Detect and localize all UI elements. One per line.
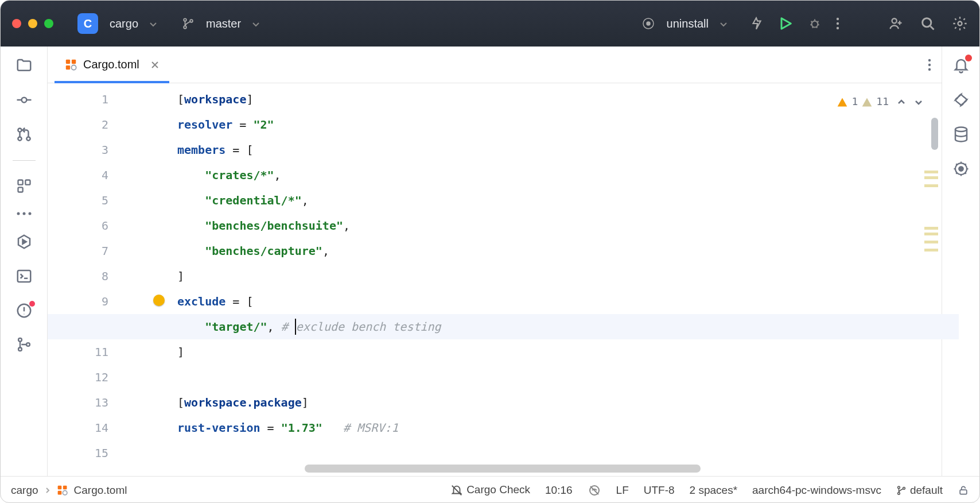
svg-point-33 (928, 68, 931, 70)
stripe-mark[interactable] (924, 249, 938, 252)
run-icon[interactable] (777, 16, 794, 32)
svg-point-9 (892, 18, 897, 23)
horizontal-scrollbar[interactable] (305, 465, 701, 473)
search-icon[interactable] (920, 16, 936, 32)
svg-rect-17 (25, 180, 30, 185)
svg-rect-39 (57, 491, 61, 495)
branch-icon[interactable] (182, 17, 195, 30)
svg-point-5 (812, 21, 818, 28)
weak-warning-icon (861, 89, 873, 114)
zoom-window-button[interactable] (44, 19, 53, 28)
svg-point-15 (26, 137, 30, 140)
svg-point-10 (923, 18, 931, 27)
cargo-check-status[interactable]: Cargo Check (450, 483, 530, 497)
reader-mode-icon[interactable] (588, 483, 601, 497)
svg-rect-29 (66, 65, 70, 69)
svg-rect-45 (960, 490, 967, 495)
vcs-tool-icon[interactable] (16, 336, 32, 353)
svg-point-19 (17, 212, 20, 215)
svg-rect-28 (72, 59, 76, 63)
run-configuration[interactable]: uninstall (667, 17, 709, 30)
file-type-icon (65, 59, 77, 71)
project-name[interactable]: cargo (110, 17, 138, 30)
weak-warning-count: 11 (876, 89, 889, 114)
more-actions-icon[interactable] (836, 17, 839, 30)
project-tool-icon[interactable] (15, 57, 33, 74)
svg-rect-38 (63, 486, 67, 490)
build-icon[interactable] (749, 16, 764, 31)
file-type-icon (57, 484, 68, 497)
svg-point-40 (63, 491, 67, 496)
inspection-widget[interactable]: 1 11 (837, 89, 923, 114)
crumb-file[interactable]: Cargo.toml (74, 484, 127, 497)
pull-requests-icon[interactable] (15, 126, 33, 143)
indent-config[interactable]: 2 spaces* (690, 484, 737, 497)
svg-rect-16 (18, 180, 22, 185)
svg-point-31 (928, 59, 931, 61)
line-number-gutter: 123456789101112131415 (48, 83, 144, 476)
structure-tool-icon[interactable] (16, 178, 32, 194)
stripe-mark[interactable] (924, 233, 938, 235)
rust-tool-icon[interactable] (952, 160, 970, 177)
chevron-down-icon[interactable] (719, 18, 728, 29)
svg-point-34 (955, 127, 967, 132)
file-encoding[interactable]: UTF-8 (644, 484, 675, 497)
stripe-mark[interactable] (924, 184, 938, 187)
svg-point-11 (958, 22, 962, 26)
tab-more-icon[interactable] (928, 58, 931, 72)
title-bar: C cargo master uninstall (1, 1, 979, 47)
line-separator[interactable]: LF (616, 484, 629, 497)
debug-icon[interactable] (807, 16, 822, 31)
svg-point-42 (898, 486, 900, 489)
chevron-down-icon[interactable] (251, 18, 260, 29)
close-tab-icon[interactable] (151, 60, 159, 70)
commit-tool-icon[interactable] (15, 91, 33, 109)
editor-tab-cargo-toml[interactable]: Cargo.toml (55, 47, 169, 83)
error-stripe[interactable] (925, 118, 939, 470)
breadcrumb[interactable]: cargo Cargo.toml (11, 484, 127, 497)
lock-icon[interactable] (958, 484, 969, 497)
code-with-me-icon[interactable] (888, 16, 904, 32)
project-badge[interactable]: C (77, 13, 98, 34)
target-triple[interactable]: aarch64-pc-windows-msvc (752, 484, 881, 497)
chevron-down-icon[interactable] (149, 18, 158, 29)
svg-point-0 (184, 18, 186, 21)
stripe-mark[interactable] (924, 176, 938, 179)
svg-point-30 (71, 65, 76, 69)
code-editor[interactable]: 123456789101112131415 [workspace] resolv… (48, 83, 942, 476)
next-highlight-icon[interactable] (914, 89, 923, 114)
settings-icon[interactable] (952, 16, 968, 32)
status-bar: cargo Cargo.toml Cargo Check 10:16 LF UT… (1, 476, 979, 503)
code-content[interactable]: [workspace] resolver = "2" members = [ "… (144, 83, 942, 476)
close-window-button[interactable] (12, 19, 21, 28)
svg-point-21 (28, 212, 31, 215)
run-tool-icon[interactable] (15, 233, 33, 250)
right-tool-rail (942, 47, 979, 476)
editor-area: Cargo.toml 123456789101112131415 [worksp… (48, 47, 942, 476)
svg-point-12 (21, 98, 26, 103)
svg-point-2 (190, 20, 193, 22)
notifications-icon[interactable] (952, 57, 970, 74)
stripe-scrollbar-thumb[interactable] (931, 118, 938, 150)
stripe-mark[interactable] (924, 241, 938, 243)
warning-icon (837, 89, 848, 114)
left-tool-rail (1, 47, 48, 476)
svg-point-43 (898, 493, 900, 495)
window-controls (12, 19, 53, 28)
svg-point-14 (18, 137, 21, 140)
cursor-position[interactable]: 10:16 (545, 484, 573, 497)
stripe-mark[interactable] (924, 227, 938, 230)
ai-assistant-icon[interactable] (952, 91, 970, 109)
problems-tool-icon[interactable] (15, 302, 33, 319)
stripe-mark[interactable] (924, 171, 938, 173)
terminal-tool-icon[interactable] (15, 268, 33, 285)
minimize-window-button[interactable] (28, 19, 37, 28)
svg-point-25 (18, 347, 22, 351)
prev-highlight-icon[interactable] (897, 89, 906, 114)
toolchain[interactable]: default (896, 484, 943, 497)
branch-name[interactable]: master (206, 17, 241, 30)
more-tools-icon[interactable] (16, 211, 32, 216)
crumb-root[interactable]: cargo (11, 484, 38, 497)
svg-rect-22 (17, 270, 30, 282)
database-icon[interactable] (952, 126, 970, 143)
